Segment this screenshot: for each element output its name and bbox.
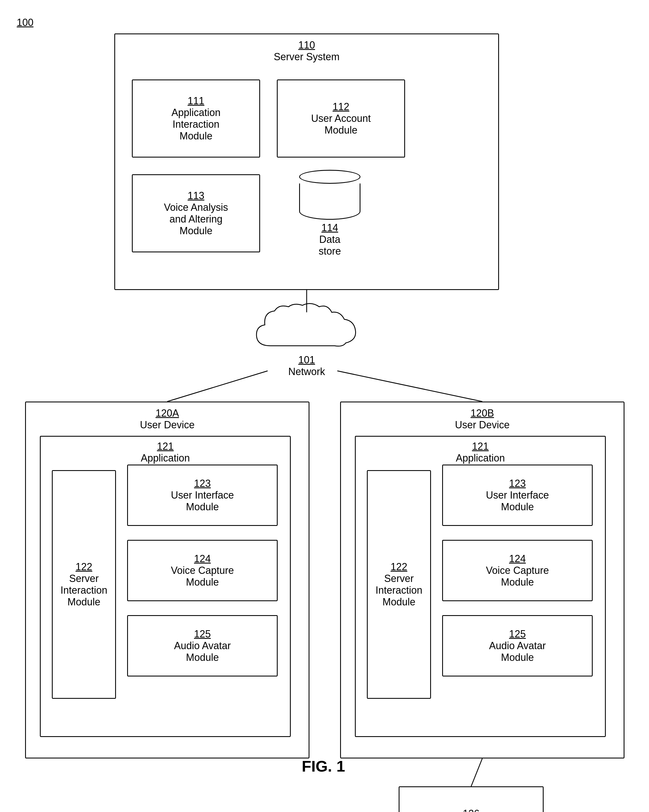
app-a-title: 121 Application (41, 437, 290, 464)
ref-122b: 122 (391, 561, 407, 573)
label-120a: User Device (26, 419, 309, 431)
user-device-b-box: 120B User Device 121 Application 122 Ser… (340, 401, 625, 759)
label-125b: Audio Avatar Module (489, 640, 545, 663)
network-area: 101 Network (220, 298, 393, 382)
server-inner: 111 Application Interaction Module 112 U… (115, 63, 498, 269)
label-123a: User Interface Module (171, 489, 234, 513)
ref-123a: 123 (194, 478, 211, 489)
ref-100: 100 (17, 17, 34, 29)
module-125a: 125 Audio Avatar Module (127, 615, 278, 676)
ref-110: 110 (115, 39, 498, 51)
cyl-top (299, 170, 361, 184)
label-120b: User Device (341, 419, 624, 431)
cyl-body (299, 183, 361, 220)
device-b-title: 120B User Device (341, 402, 624, 431)
ref-124b: 124 (509, 553, 526, 565)
module-123a: 123 User Interface Module (127, 464, 278, 526)
ref-114: 114 (321, 222, 338, 234)
label-122b: Server Interaction Module (376, 573, 422, 608)
label-122a: Server Interaction Module (61, 573, 107, 608)
diagram: 100 110 Server System 111 Application In… (17, 17, 630, 798)
ref-121a: 121 (41, 441, 290, 452)
label-124a: Voice Capture Module (171, 565, 234, 588)
right-modules-a: 123 User Interface Module 124 Voice Capt… (127, 464, 278, 676)
sim-box-a: 122 Server Interaction Module (52, 470, 116, 699)
ref-120a: 120A (26, 408, 309, 419)
main-ref-label: 100 (17, 17, 34, 29)
ref-120b: 120B (341, 408, 624, 419)
user-device-a-box: 120A User Device 121 Application 122 Ser… (25, 401, 309, 759)
label-113: Voice Analysis and Altering Module (164, 201, 228, 237)
fig-label: FIG. 1 (302, 757, 345, 775)
app-box-a: 121 Application 122 Server Interaction M… (40, 436, 291, 737)
label-network: Network (288, 366, 325, 377)
wearable-box: 126 Wearable Device (399, 786, 544, 812)
module-124a: 124 Voice Capture Module (127, 540, 278, 601)
label-121b: Application (356, 452, 605, 464)
ref-125b: 125 (509, 628, 526, 640)
label-112: User Account Module (311, 113, 371, 136)
ref-123b: 123 (509, 478, 526, 489)
datastore-container: 114 Data store (277, 174, 383, 252)
cylinder-114 (299, 170, 361, 220)
label-111: Application Interaction Module (171, 107, 221, 142)
module-113: 113 Voice Analysis and Altering Module (132, 174, 260, 252)
ref-121b: 121 (356, 441, 605, 452)
label-125a: Audio Avatar Module (174, 640, 230, 663)
ref-124a: 124 (194, 553, 211, 565)
module-111: 111 Application Interaction Module (132, 79, 260, 157)
server-system-title: 110 Server System (115, 34, 498, 63)
svg-line-3 (471, 759, 482, 786)
ref-125a: 125 (194, 628, 211, 640)
ref-111: 111 (187, 95, 204, 107)
label-114: Data store (318, 234, 341, 257)
app-box-b: 121 Application 122 Server Interaction M… (355, 436, 606, 737)
ref-112: 112 (332, 101, 349, 113)
cloud-icon (248, 298, 365, 360)
module-112: 112 User Account Module (277, 79, 405, 157)
server-system-box: 110 Server System 111 Application Intera… (114, 34, 499, 290)
ref-122a: 122 (76, 561, 92, 573)
module-125b: 125 Audio Avatar Module (442, 615, 593, 676)
label-123b: User Interface Module (486, 489, 549, 513)
module-124b: 124 Voice Capture Module (442, 540, 593, 601)
label-121a: Application (41, 452, 290, 464)
app-b-title: 121 Application (356, 437, 605, 464)
device-a-title: 120A User Device (26, 402, 309, 431)
label-server-system: Server System (115, 51, 498, 63)
module-123b: 123 User Interface Module (442, 464, 593, 526)
right-modules-b: 123 User Interface Module 124 Voice Capt… (442, 464, 593, 676)
label-124b: Voice Capture Module (486, 565, 549, 588)
ref-113: 113 (187, 190, 204, 201)
sim-box-b: 122 Server Interaction Module (367, 470, 431, 699)
ref-101: 101 (288, 354, 325, 366)
ref-126: 126 (463, 808, 480, 812)
